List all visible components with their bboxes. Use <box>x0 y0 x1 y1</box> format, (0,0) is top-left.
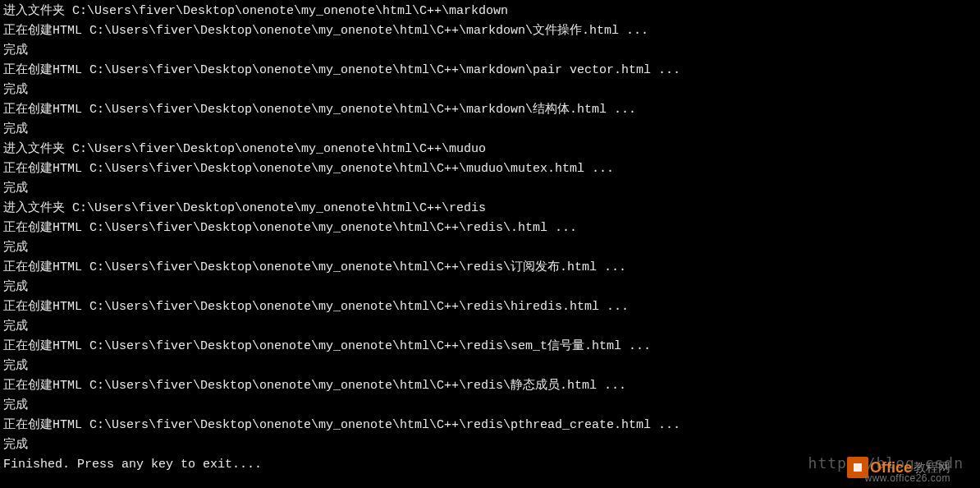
terminal-line: 进入文件夹 C:\Users\fiver\Desktop\onenote\my_… <box>3 140 977 159</box>
terminal-line: 正在创建HTML C:\Users\fiver\Desktop\onenote\… <box>3 159 977 179</box>
terminal-line: 正在创建HTML C:\Users\fiver\Desktop\onenote\… <box>3 297 977 317</box>
terminal-line: 完成 <box>3 396 977 416</box>
watermark-sub-url: www.office26.com <box>865 468 951 488</box>
terminal-line: 完成 <box>3 317 977 337</box>
terminal-output[interactable]: 进入文件夹 C:\Users\fiver\Desktop\onenote\my_… <box>3 2 977 475</box>
terminal-line: 正在创建HTML C:\Users\fiver\Desktop\onenote\… <box>3 376 977 396</box>
terminal-line: 进入文件夹 C:\Users\fiver\Desktop\onenote\my_… <box>3 199 977 219</box>
terminal-line: 正在创建HTML C:\Users\fiver\Desktop\onenote\… <box>3 100 977 120</box>
terminal-line: 完成 <box>3 357 977 376</box>
terminal-line: 完成 <box>3 435 977 455</box>
terminal-line: 完成 <box>3 41 977 61</box>
terminal-line: 正在创建HTML C:\Users\fiver\Desktop\onenote\… <box>3 416 977 435</box>
terminal-line: 完成 <box>3 238 977 258</box>
terminal-line: 正在创建HTML C:\Users\fiver\Desktop\onenote\… <box>3 61 977 81</box>
terminal-line: 完成 <box>3 179 977 199</box>
terminal-line: 正在创建HTML C:\Users\fiver\Desktop\onenote\… <box>3 21 977 41</box>
terminal-line: 正在创建HTML C:\Users\fiver\Desktop\onenote\… <box>3 219 977 238</box>
terminal-line: 正在创建HTML C:\Users\fiver\Desktop\onenote\… <box>3 258 977 278</box>
terminal-line: 完成 <box>3 120 977 140</box>
terminal-line: 完成 <box>3 278 977 297</box>
terminal-line: 正在创建HTML C:\Users\fiver\Desktop\onenote\… <box>3 337 977 357</box>
terminal-line: 进入文件夹 C:\Users\fiver\Desktop\onenote\my_… <box>3 2 977 21</box>
terminal-line: 完成 <box>3 81 977 100</box>
